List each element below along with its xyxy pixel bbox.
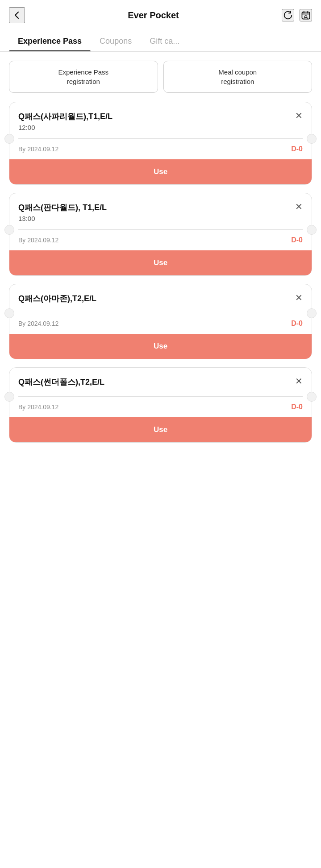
meal-coupon-registration-button[interactable]: Meal coupon registration [163,61,313,93]
ticket-d-2: D-0 [291,236,303,244]
ticket-card-3: Q패스(아마존),T2,E/L ✕ By 2024.09.12 D-0 Use [9,284,312,359]
ticket-close-4[interactable]: ✕ [295,377,303,386]
ticket-title-1: Q패스(사파리월드),T1,E/L [18,111,113,122]
ticket-close-2[interactable]: ✕ [295,202,303,211]
ticket-time-2: 13:00 [18,215,303,222]
ticket-top-2: Q패스(판다월드), T1,E/L ✕ 13:00 [9,193,312,229]
ticket-by-2: By 2024.09.12 [18,237,58,244]
ticket-bottom-2: By 2024.09.12 D-0 [9,230,312,244]
ticket-divider-2 [9,229,312,230]
use-button-2[interactable]: Use [9,250,312,275]
ticket-top-4: Q패스(썬더폴스),T2,E/L ✕ [9,368,312,396]
ticket-divider-4 [9,396,312,397]
ticket-divider-3 [9,313,312,313]
tab-coupons[interactable]: Coupons [91,30,141,51]
ticket-title-3: Q패스(아마존),T2,E/L [18,293,96,304]
cards-list: Q패스(사파리월드),T1,E/L ✕ 12:00 By 2024.09.12 … [0,97,321,452]
registration-buttons: Experience Pass registration Meal coupon… [0,52,321,97]
ticket-title-2: Q패스(판다월드), T1,E/L [18,202,107,213]
ticket-d-1: D-0 [291,145,303,153]
ticket-d-4: D-0 [291,403,303,411]
ticket-d-3: D-0 [291,320,303,328]
refresh-button[interactable] [282,9,294,21]
tab-gift-card[interactable]: Gift ca... [141,30,188,51]
ticket-top-1: Q패스(사파리월드),T1,E/L ✕ 12:00 [9,102,312,138]
ticket-by-1: By 2024.09.12 [18,145,58,153]
experience-pass-registration-button[interactable]: Experience Pass registration [9,61,158,93]
ticket-card-2: Q패스(판다월드), T1,E/L ✕ 13:00 By 2024.09.12 … [9,193,312,276]
header: Ever Pocket [0,0,321,30]
ticket-by-4: By 2024.09.12 [18,403,58,411]
back-button[interactable] [9,7,25,23]
calendar-user-button[interactable] [300,9,312,21]
ticket-close-1[interactable]: ✕ [295,111,303,120]
ticket-card-4: Q패스(썬더폴스),T2,E/L ✕ By 2024.09.12 D-0 Use [9,367,312,443]
ticket-time-1: 12:00 [18,124,303,131]
tab-experience-pass[interactable]: Experience Pass [9,30,91,51]
ticket-top-3: Q패스(아마존),T2,E/L ✕ [9,284,312,313]
ticket-card-1: Q패스(사파리월드),T1,E/L ✕ 12:00 By 2024.09.12 … [9,102,312,185]
header-icons [282,9,312,21]
use-button-4[interactable]: Use [9,417,312,442]
ticket-close-3[interactable]: ✕ [295,293,303,302]
ticket-bottom-3: By 2024.09.12 D-0 [9,313,312,328]
ticket-divider-1 [9,138,312,139]
use-button-3[interactable]: Use [9,334,312,359]
use-button-1[interactable]: Use [9,159,312,184]
ticket-by-3: By 2024.09.12 [18,320,58,327]
app-title: Ever Pocket [128,10,179,21]
tabs-bar: Experience Pass Coupons Gift ca... [0,30,321,52]
ticket-title-4: Q패스(썬더폴스),T2,E/L [18,377,104,387]
ticket-bottom-1: By 2024.09.12 D-0 [9,139,312,153]
ticket-bottom-4: By 2024.09.12 D-0 [9,397,312,411]
